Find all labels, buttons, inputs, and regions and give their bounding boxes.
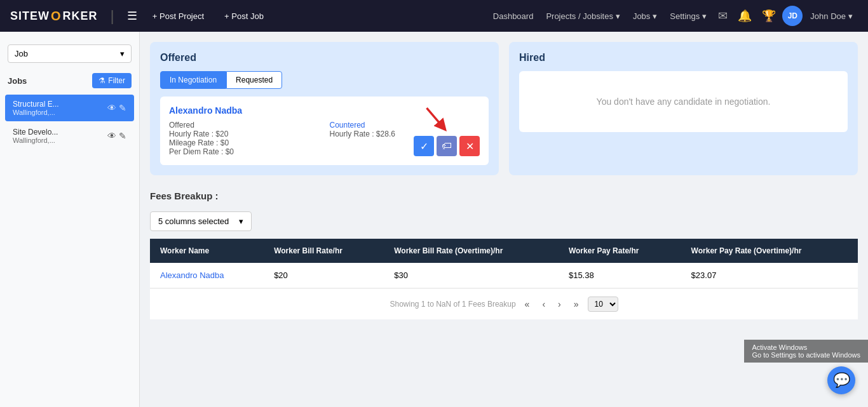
hourly-rate-label: Hourly Rate : $20 [169, 130, 320, 138]
fees-table: Worker Name Worker Bill Rate/hr Worker B… [150, 239, 858, 288]
col-pay-rate: Worker Pay Rate/hr [559, 239, 681, 263]
tab-in-negotiation[interactable]: In Negotiation [160, 71, 226, 89]
reject-button[interactable]: ✕ [459, 136, 480, 156]
per-diem-label: Per Diem Rate : $0 [169, 147, 320, 156]
chevron-down-icon: ▾ [702, 11, 707, 21]
last-page-button[interactable]: » [570, 298, 583, 310]
chevron-down-icon: ▾ [653, 11, 657, 21]
sidebar-section-label: Jobs [8, 76, 27, 86]
tag-button[interactable]: 🏷 [437, 136, 457, 156]
offered-label: Offered [169, 121, 320, 130]
table-row: Alexandro Nadba $20 $30 $15.38 $23.07 [150, 263, 858, 288]
nav-settings[interactable]: Settings ▾ [665, 9, 712, 23]
fees-section: Fees Breakup : 5 columns selected ▾ Work… [150, 190, 858, 319]
hamburger-icon[interactable]: ☰ [127, 9, 137, 23]
hired-panel: Hired You don't have any candidate in ne… [509, 42, 858, 175]
candidate-card: Alexandro Nadba Offered Hourly Rate : $2… [160, 97, 489, 165]
cell-pay-rate-ot: $23.07 [681, 263, 858, 288]
fees-table-header: Worker Name Worker Bill Rate/hr Worker B… [150, 239, 858, 263]
top-panels: Offered In Negotiation Requested Alexand… [150, 42, 858, 175]
trophy-icon[interactable]: 🏆 [758, 9, 780, 23]
page-size-select[interactable]: 10 25 50 [588, 297, 618, 312]
svg-line-1 [427, 108, 443, 126]
tab-requested[interactable]: Requested [226, 71, 282, 89]
edit-icon[interactable]: ✎ [119, 131, 126, 141]
main-nav: Dashboard Projects / Jobsites ▾ Jobs ▾ S… [488, 6, 858, 26]
arrow-indicator [419, 105, 451, 139]
edit-icon[interactable]: ✎ [119, 103, 126, 113]
chat-bubble[interactable]: 💬 [827, 366, 855, 394]
chevron-down-icon: ▾ [616, 11, 620, 21]
offered-panel-title: Offered [160, 52, 489, 63]
cell-bill-rate: $20 [264, 263, 384, 288]
post-project-button[interactable]: + Post Project [147, 9, 209, 23]
columns-dropdown[interactable]: 5 columns selected ▾ [150, 211, 252, 231]
nav-jobs[interactable]: Jobs ▾ [628, 9, 662, 23]
col-bill-rate-ot: Worker Bill Rate (Overtime)/hr [384, 239, 559, 263]
offered-panel: Offered In Negotiation Requested Alexand… [150, 42, 499, 175]
chevron-down-icon: ▾ [120, 49, 125, 58]
avatar[interactable]: JD [782, 6, 803, 26]
red-arrow-icon [419, 105, 451, 137]
eye-icon[interactable]: 👁 [107, 103, 116, 113]
post-job-button[interactable]: + Post Job [219, 9, 269, 23]
filter-icon: ⚗ [98, 76, 105, 85]
chat-icon: 💬 [833, 372, 850, 389]
col-pay-rate-ot: Worker Pay Rate (Overtime)/hr [681, 239, 858, 263]
bell-icon[interactable]: 🔔 [734, 9, 756, 23]
col-worker-name: Worker Name [150, 239, 264, 263]
sidebar: Job ▾ Jobs ⚗ Filter Structural E... Wall… [0, 32, 140, 407]
accept-button[interactable]: ✓ [414, 136, 434, 156]
next-page-button[interactable]: › [554, 298, 565, 310]
header-divider: | [111, 7, 114, 25]
main-header: SITEWORKER | ☰ + Post Project + Post Job… [0, 0, 868, 32]
mileage-rate-label: Mileage Rate : $0 [169, 138, 320, 147]
sidebar-item-0[interactable]: Structural E... Wallingford,... 👁 ✎ [5, 95, 134, 121]
main-content: Offered In Negotiation Requested Alexand… [140, 32, 868, 407]
eye-icon[interactable]: 👁 [107, 131, 116, 141]
job-type-dropdown[interactable]: Job ▾ [8, 44, 132, 63]
nav-dashboard[interactable]: Dashboard [488, 9, 539, 23]
countered-label: Countered [330, 121, 480, 130]
chevron-down-icon: ▾ [239, 217, 243, 226]
fees-title: Fees Breakup : [150, 190, 858, 201]
chevron-down-icon: ▾ [848, 11, 853, 21]
first-page-button[interactable]: « [521, 298, 534, 310]
cell-worker-name: Alexandro Nadba [150, 263, 264, 288]
sidebar-item-1[interactable]: Site Develo... Wallingford,... 👁 ✎ [5, 123, 134, 149]
logo: SITEWORKER [10, 9, 98, 23]
action-buttons: ✓ 🏷 ✕ [414, 136, 480, 156]
pagination-bar: Showing 1 to NaN of 1 Fees Breakup « ‹ ›… [150, 288, 858, 319]
col-bill-rate: Worker Bill Rate/hr [264, 239, 384, 263]
cell-bill-rate-ot: $30 [384, 263, 559, 288]
filter-button[interactable]: ⚗ Filter [92, 73, 132, 88]
offered-panel-tabs: In Negotiation Requested [160, 71, 489, 89]
user-menu[interactable]: John Doe ▾ [805, 9, 858, 23]
prev-page-button[interactable]: ‹ [538, 298, 549, 310]
fees-table-body: Alexandro Nadba $20 $30 $15.38 $23.07 [150, 263, 858, 288]
mail-icon[interactable]: ✉ [714, 9, 731, 23]
nav-projects[interactable]: Projects / Jobsites ▾ [541, 9, 625, 23]
hired-empty-message: You don't have any candidate in negotiat… [519, 71, 848, 132]
sidebar-section-header: Jobs ⚗ Filter [0, 68, 139, 93]
hired-panel-title: Hired [519, 52, 848, 63]
pagination-info: Showing 1 to NaN of 1 Fees Breakup [390, 300, 515, 309]
cell-pay-rate: $15.38 [559, 263, 681, 288]
